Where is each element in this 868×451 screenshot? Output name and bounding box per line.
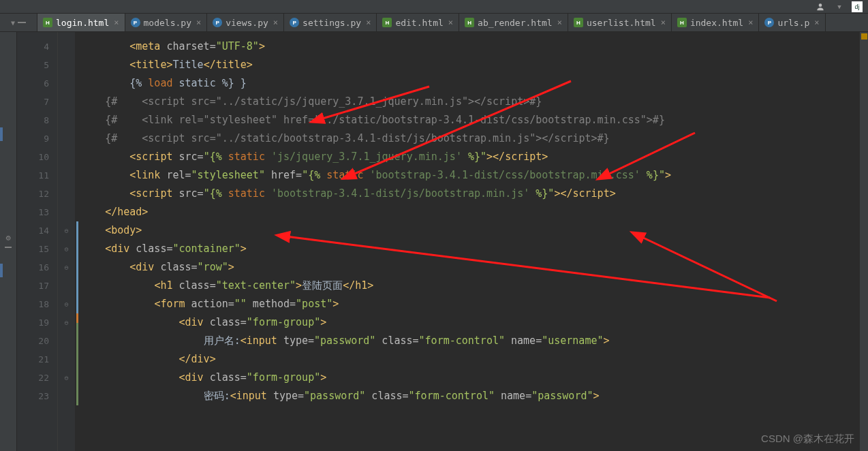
close-icon[interactable]: × [557, 18, 562, 27]
line-number: 12 [17, 185, 57, 203]
code-line[interactable]: {% load static %} } [80, 74, 868, 93]
tab-ab_render-html[interactable]: ab_render.html× [459, 14, 568, 31]
line-number: 6 [17, 74, 57, 93]
code-line[interactable]: <div class="form-group"> [80, 313, 868, 332]
django-icon[interactable]: dj [852, 1, 863, 12]
line-number: 15 [17, 240, 57, 258]
code-line[interactable]: </div> [80, 350, 868, 369]
py-file-icon [131, 18, 140, 27]
fold-gutter[interactable]: ⊖⊖⊖⊖⊖⊖ [58, 32, 75, 451]
line-number: 8 [17, 111, 57, 129]
line-number: 9 [17, 129, 57, 148]
code-line[interactable]: <form action="" method="post"> [80, 295, 868, 313]
code-line[interactable]: 用户名:<input type="password" class="form-c… [80, 332, 868, 350]
fold-toggle[interactable]: ⊖ [58, 295, 75, 313]
code-line[interactable]: <link rel="stylesheet" href="{% static '… [80, 166, 868, 185]
tabs-gutter[interactable]: ▼ [0, 14, 37, 31]
fold-toggle[interactable] [58, 332, 75, 350]
fold-toggle[interactable] [58, 166, 75, 185]
fold-toggle[interactable] [58, 74, 75, 93]
line-number: 11 [17, 166, 57, 185]
dropdown-icon[interactable]: ▼ [833, 1, 846, 12]
svg-point-0 [819, 3, 822, 7]
tab-userlist-html[interactable]: userlist.html× [568, 14, 672, 31]
user-icon[interactable] [813, 1, 827, 12]
tab-settings-py[interactable]: settings.py× [284, 14, 377, 31]
tab-index-html[interactable]: index.html× [672, 14, 760, 31]
code-line[interactable]: <div class="form-group"> [80, 369, 868, 387]
tab-label: edit.html [395, 18, 443, 28]
code-line[interactable]: {# <link rel="stylesheet" href="../stati… [80, 111, 868, 129]
line-number: 13 [17, 203, 57, 221]
line-number: 17 [17, 277, 57, 295]
tab-edit-html[interactable]: edit.html× [377, 14, 459, 31]
close-icon[interactable]: × [661, 18, 666, 27]
fold-toggle[interactable]: ⊖ [58, 313, 75, 332]
fold-toggle[interactable] [58, 387, 75, 405]
code-editor[interactable]: 4567891011121314151617181920212223 ⊖⊖⊖⊖⊖… [17, 32, 868, 451]
close-icon[interactable]: × [114, 18, 119, 27]
fold-toggle[interactable] [58, 129, 75, 148]
top-toolbar: ▼ dj [0, 0, 868, 14]
code-line[interactable]: <div class="container"> [80, 240, 868, 258]
close-icon[interactable]: × [748, 18, 753, 27]
fold-toggle[interactable] [58, 203, 75, 221]
tab-label: views.py [226, 18, 268, 28]
line-number: 4 [17, 37, 57, 56]
close-icon[interactable]: × [366, 18, 371, 27]
fold-toggle[interactable] [58, 185, 75, 203]
tab-label: urls.p [777, 18, 809, 28]
close-icon[interactable]: × [448, 18, 453, 27]
line-number: 14 [17, 221, 57, 240]
line-number: 16 [17, 258, 57, 277]
code-line[interactable]: <div class="row"> [80, 258, 868, 277]
tab-label: index.html [690, 18, 743, 28]
code-line[interactable]: {# <script src="../static/bootstrap-3.4.… [80, 129, 868, 148]
line-number: 20 [17, 332, 57, 350]
code-line[interactable]: 密码:<input type="password" class="form-co… [80, 387, 868, 405]
close-icon[interactable]: × [196, 18, 201, 27]
code-line[interactable]: <title>Title</title> [80, 56, 868, 74]
fold-toggle[interactable] [58, 148, 75, 166]
editor-main: ⚙ 4567891011121314151617181920212223 ⊖⊖⊖… [0, 32, 868, 451]
html-file-icon [43, 18, 52, 27]
fold-toggle[interactable] [58, 350, 75, 369]
code-line[interactable]: <meta charset="UTF-8"> [80, 37, 868, 56]
py-file-icon [290, 18, 299, 27]
line-number: 21 [17, 350, 57, 369]
tab-views-py[interactable]: views.py× [207, 14, 284, 31]
fold-toggle[interactable] [58, 37, 75, 56]
close-icon[interactable]: × [273, 18, 278, 27]
warning-indicator[interactable] [861, 33, 867, 40]
tab-urls-p[interactable]: urls.p× [759, 14, 825, 31]
tab-label: login.html [56, 18, 109, 28]
html-file-icon [465, 18, 474, 27]
project-tool-gutter[interactable]: ⚙ [0, 32, 17, 451]
fold-toggle[interactable]: ⊖ [58, 221, 75, 240]
close-icon[interactable]: × [814, 18, 819, 27]
watermark: CSDN @森木在花开 [761, 433, 854, 446]
code-line[interactable]: </head> [80, 203, 868, 221]
code-line[interactable]: {# <script src="../static/js/jquery_3.7.… [80, 93, 868, 111]
code-line[interactable]: <script src="{% static 'js/jquery_3.7.1_… [80, 148, 868, 166]
code-line[interactable]: <h1 class="text-center">登陆页面</h1> [80, 277, 868, 295]
line-number: 18 [17, 295, 57, 313]
fold-toggle[interactable] [58, 56, 75, 74]
html-file-icon [382, 18, 392, 27]
tab-label: ab_render.html [478, 18, 553, 28]
code-line[interactable]: <body> [80, 221, 868, 240]
fold-toggle[interactable] [58, 93, 75, 111]
fold-toggle[interactable]: ⊖ [58, 240, 75, 258]
fold-toggle[interactable] [58, 277, 75, 295]
line-number: 10 [17, 148, 57, 166]
fold-toggle[interactable]: ⊖ [58, 258, 75, 277]
code-area[interactable]: <meta charset="UTF-8"> <title>Title</tit… [75, 32, 868, 451]
tab-models-py[interactable]: models.py× [125, 14, 208, 31]
line-number: 7 [17, 93, 57, 111]
fold-toggle[interactable]: ⊖ [58, 369, 75, 387]
tab-label: settings.py [303, 18, 361, 28]
code-line[interactable]: <script src="{% static 'bootstrap-3.4.1-… [80, 185, 868, 203]
vertical-scrollbar[interactable] [860, 32, 868, 451]
fold-toggle[interactable] [58, 111, 75, 129]
tab-login-html[interactable]: login.html× [37, 14, 125, 31]
